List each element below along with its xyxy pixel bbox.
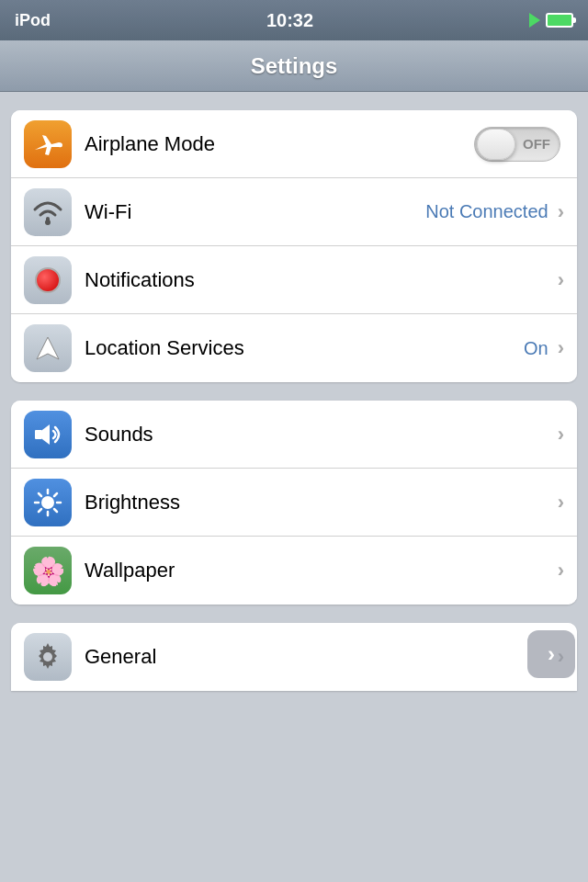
- svg-point-3: [41, 496, 54, 509]
- toggle-off-label: OFF: [523, 136, 550, 152]
- settings-group-3: General ›: [11, 623, 577, 691]
- svg-line-10: [54, 493, 57, 496]
- location-icon: [24, 324, 72, 372]
- general-label: General: [85, 645, 558, 669]
- wallpaper-icon: 🌸: [24, 547, 72, 594]
- airplane-svg: [33, 131, 62, 157]
- svg-point-13: [43, 652, 52, 662]
- settings-group-1: Airplane Mode OFF Wi-Fi Not Connected ›: [11, 110, 577, 382]
- svg-marker-1: [37, 337, 59, 359]
- wallpaper-chevron: ›: [558, 559, 564, 582]
- airplane-mode-label: Airplane Mode: [85, 132, 474, 156]
- wifi-chevron: ›: [558, 200, 564, 224]
- status-bar: iPod 10:32: [0, 0, 588, 40]
- wifi-value: Not Connected: [425, 201, 548, 222]
- time-label: 10:32: [266, 10, 313, 31]
- nav-bar: Settings: [0, 40, 588, 92]
- location-services-label: Location Services: [85, 336, 524, 360]
- wifi-icon: [24, 188, 72, 236]
- location-services-row[interactable]: Location Services On ›: [11, 314, 577, 382]
- airplane-mode-toggle[interactable]: OFF: [474, 127, 560, 162]
- svg-point-0: [45, 220, 51, 225]
- scroll-chevron-icon: ›: [548, 641, 555, 667]
- location-svg: [34, 334, 62, 362]
- carrier-label: iPod: [15, 11, 51, 30]
- notifications-chevron: ›: [558, 268, 564, 292]
- play-icon: [529, 13, 540, 28]
- wifi-row[interactable]: Wi-Fi Not Connected ›: [11, 178, 577, 246]
- svg-line-9: [54, 509, 57, 512]
- status-icons: [529, 13, 573, 28]
- wallpaper-flower: 🌸: [31, 555, 65, 587]
- brightness-row[interactable]: Brightness ›: [11, 469, 577, 537]
- wifi-label: Wi-Fi: [85, 200, 425, 224]
- page-title: Settings: [251, 53, 338, 79]
- settings-content: Airplane Mode OFF Wi-Fi Not Connected ›: [0, 92, 588, 709]
- toggle-knob: [477, 129, 515, 160]
- brightness-svg: [33, 488, 62, 517]
- brightness-label: Brightness: [85, 491, 558, 514]
- sounds-label: Sounds: [85, 423, 558, 447]
- airplane-mode-row[interactable]: Airplane Mode OFF: [11, 110, 577, 178]
- gear-svg: [32, 641, 63, 673]
- sounds-icon: [24, 411, 72, 458]
- notif-dot: [35, 267, 61, 293]
- wallpaper-row[interactable]: 🌸 Wallpaper ›: [11, 537, 577, 605]
- svg-rect-2: [35, 430, 42, 439]
- svg-line-11: [39, 509, 41, 512]
- sounds-chevron: ›: [558, 423, 564, 447]
- notifications-icon: [24, 256, 72, 304]
- location-chevron: ›: [558, 336, 564, 360]
- wifi-svg: [31, 198, 64, 226]
- general-icon: [24, 633, 72, 681]
- notifications-label: Notifications: [85, 268, 558, 292]
- sounds-svg: [33, 422, 62, 447]
- brightness-icon: [24, 479, 72, 526]
- general-row[interactable]: General ›: [11, 623, 577, 691]
- brightness-chevron: ›: [558, 491, 564, 514]
- airplane-icon: [24, 120, 72, 168]
- wallpaper-label: Wallpaper: [85, 559, 558, 582]
- scroll-indicator[interactable]: ›: [527, 630, 575, 678]
- bottom-section: General › ›: [0, 623, 588, 691]
- settings-group-2: Sounds › Brightness ›: [11, 401, 577, 605]
- sounds-row[interactable]: Sounds ›: [11, 401, 577, 469]
- svg-line-8: [39, 493, 41, 496]
- location-value: On: [524, 338, 548, 359]
- battery-icon: [546, 13, 573, 28]
- notifications-row[interactable]: Notifications ›: [11, 246, 577, 314]
